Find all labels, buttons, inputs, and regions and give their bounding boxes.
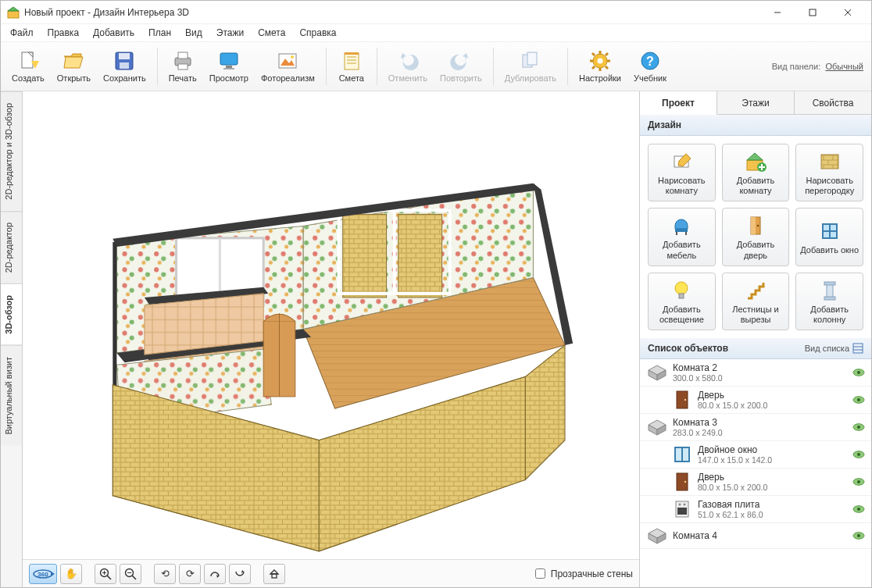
rotate360-button[interactable]: 360 [29,564,57,584]
close-button[interactable] [830,1,865,24]
object-name: Газовая плита [698,499,852,510]
object-row[interactable]: Дверь80.0 x 15.0 x 200.0 [640,387,871,414]
add-room-button[interactable]: Добавить комнату [722,144,790,201]
vtab-2d[interactable]: 2D-редактор [1,211,22,283]
pan-button[interactable]: ✋ [60,564,82,584]
object-dimensions: 300.0 x 580.0 [673,373,852,383]
draw-partition-button[interactable]: Нарисовать перегородку [795,144,863,201]
save-button[interactable]: Сохранить [97,48,152,84]
print-button[interactable]: Печать [163,48,203,84]
transparent-walls-toggle[interactable]: Прозрачные стены [532,566,633,581]
open-button[interactable]: Открыть [51,48,97,84]
object-list[interactable]: Комната 2300.0 x 580.0Дверь80.0 x 15.0 x… [640,359,871,587]
transparent-walls-checkbox[interactable] [535,568,545,579]
svg-rect-16 [226,66,232,68]
add-furniture-button[interactable]: Добавить мебель [648,208,716,265]
object-dimensions: 283.0 x 249.0 [673,428,852,437]
redo-button[interactable]: Повторить [434,48,488,84]
rtab-props[interactable]: Свойства [795,91,871,114]
object-row[interactable]: Комната 4 [640,523,871,549]
object-row[interactable]: Комната 2300.0 x 580.0 [640,359,871,387]
menu-floors[interactable]: Этажи [210,26,250,40]
menu-file[interactable]: Файл [4,26,40,40]
home-view-button[interactable] [263,564,285,584]
hand-icon: ✋ [65,568,77,579]
object-row[interactable]: Комната 3283.0 x 249.0 [640,414,871,441]
menu-plan[interactable]: План [142,26,177,40]
svg-point-29 [598,59,603,64]
preview-button[interactable]: Просмотр [203,48,255,84]
draw-room-button[interactable]: Нарисовать комнату [648,144,716,201]
svg-rect-109 [679,294,684,298]
help-button[interactable]: ? Учебник [627,48,673,84]
zoom-out-button[interactable] [120,564,141,584]
visibility-eye-icon[interactable] [852,532,865,540]
vtab-2d3d[interactable]: 2D-редактор и 3D-обзор [1,91,22,211]
viewport-3d[interactable] [23,91,639,559]
visibility-eye-icon[interactable] [852,396,865,404]
menu-estimate[interactable]: Смета [252,26,291,40]
tilt-up-button[interactable] [204,564,226,584]
svg-rect-13 [178,52,188,59]
zoom-in-button[interactable] [95,564,116,584]
svg-rect-21 [345,53,359,69]
rtab-floors[interactable]: Этажи [717,91,795,114]
svg-point-129 [857,426,860,429]
svg-rect-59 [398,214,442,298]
duplicate-button[interactable]: Дублировать [499,48,563,84]
list-mode-link[interactable]: Вид списка [805,344,849,353]
object-row[interactable]: Дверь80.0 x 15.0 x 200.0 [640,469,871,496]
window-title: Новый проект - Дизайн Интерьера 3D [24,7,759,18]
photorealism-button[interactable]: Фотореализм [255,48,321,84]
add-lighting-button[interactable]: Добавить освещение [648,273,716,330]
svg-point-135 [684,481,686,483]
settings-button[interactable]: Настройки [573,48,627,84]
room-icon [646,418,668,437]
object-row[interactable]: Двойное окно147.0 x 15.0 x 142.0 [640,441,871,469]
column-icon [819,280,841,301]
svg-point-108 [675,282,688,294]
rotate-right-button[interactable]: ⟳ [179,564,201,584]
svg-rect-27 [527,52,537,65]
svg-line-86 [132,576,136,579]
visibility-eye-icon[interactable] [852,505,865,513]
new-button[interactable]: Создать [5,48,51,84]
menu-add[interactable]: Добавить [87,26,141,40]
svg-text:?: ? [646,55,654,68]
visibility-eye-icon[interactable] [852,451,865,458]
svg-rect-103 [751,217,756,234]
rotate-right-icon: ⟳ [186,568,195,579]
visibility-eye-icon[interactable] [852,369,865,376]
add-door-button[interactable]: Добавить дверь [722,208,790,265]
undo-button[interactable]: Отменить [382,48,434,84]
vtab-virtual[interactable]: Виртуальный визит [1,345,22,446]
rtab-project[interactable]: Проект [640,91,717,115]
estimate-button[interactable]: Смета [331,48,372,84]
vtab-3d[interactable]: 3D-обзор [1,283,22,345]
svg-rect-91 [272,574,277,578]
menu-help[interactable]: Справка [293,26,342,40]
rotate-left-button[interactable]: ⟲ [154,564,176,584]
tilt-down-button[interactable] [229,564,251,584]
stairs-button[interactable]: Лестницы и вырезы [722,273,790,330]
chair-icon [670,215,692,237]
menu-edit[interactable]: Правка [41,26,86,40]
minimize-button[interactable] [759,1,795,24]
menu-view[interactable]: Вид [179,26,209,40]
add-window-button[interactable]: Добавить окно [795,208,863,265]
visibility-eye-icon[interactable] [852,478,865,486]
design-tool-grid: Нарисовать комнату Добавить комнату Нари… [640,136,871,338]
notepad-icon [341,50,363,72]
svg-rect-10 [119,53,130,59]
visibility-eye-icon[interactable] [852,423,865,431]
photo-icon [277,50,298,72]
object-row[interactable]: Газовая плита51.0 x 62.1 x 86.0 [640,496,871,523]
list-mode-icon[interactable] [852,343,863,354]
add-column-button[interactable]: Добавить колонну [795,273,863,330]
svg-marker-79 [51,572,55,576]
svg-line-35 [606,66,608,69]
maximize-button[interactable] [795,1,830,24]
tilt-down-icon [234,568,245,579]
panel-mode-link[interactable]: Обычный [825,62,863,71]
svg-point-104 [757,225,759,226]
